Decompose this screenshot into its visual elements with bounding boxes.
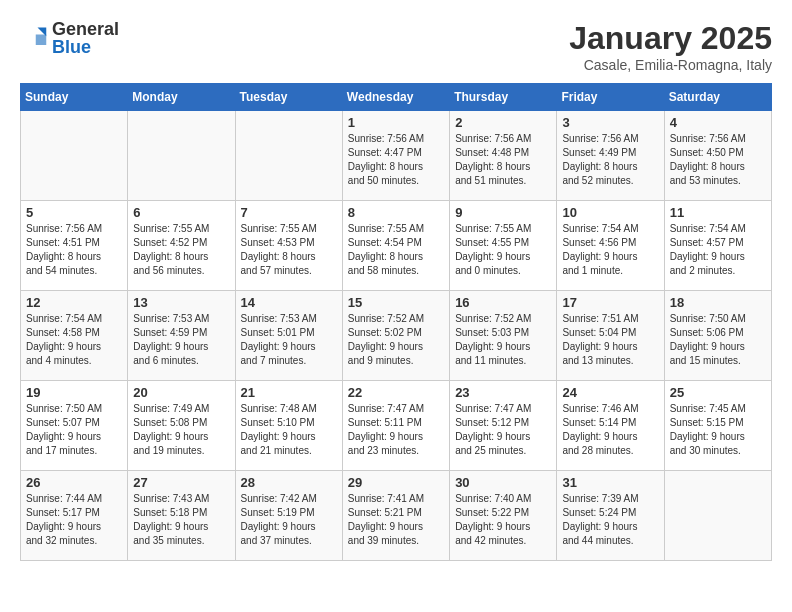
day-info: Sunrise: 7:52 AM Sunset: 5:02 PM Dayligh… xyxy=(348,312,444,368)
day-number: 24 xyxy=(562,385,658,400)
day-number: 23 xyxy=(455,385,551,400)
calendar-cell xyxy=(664,471,771,561)
day-info: Sunrise: 7:54 AM Sunset: 4:58 PM Dayligh… xyxy=(26,312,122,368)
week-row-2: 5Sunrise: 7:56 AM Sunset: 4:51 PM Daylig… xyxy=(21,201,772,291)
month-title: January 2025 xyxy=(569,20,772,57)
day-number: 26 xyxy=(26,475,122,490)
day-number: 27 xyxy=(133,475,229,490)
calendar-cell: 2Sunrise: 7:56 AM Sunset: 4:48 PM Daylig… xyxy=(450,111,557,201)
week-row-5: 26Sunrise: 7:44 AM Sunset: 5:17 PM Dayli… xyxy=(21,471,772,561)
day-info: Sunrise: 7:49 AM Sunset: 5:08 PM Dayligh… xyxy=(133,402,229,458)
column-header-sunday: Sunday xyxy=(21,84,128,111)
day-number: 22 xyxy=(348,385,444,400)
column-header-tuesday: Tuesday xyxy=(235,84,342,111)
calendar-cell: 7Sunrise: 7:55 AM Sunset: 4:53 PM Daylig… xyxy=(235,201,342,291)
day-number: 10 xyxy=(562,205,658,220)
day-number: 29 xyxy=(348,475,444,490)
day-number: 31 xyxy=(562,475,658,490)
day-info: Sunrise: 7:47 AM Sunset: 5:11 PM Dayligh… xyxy=(348,402,444,458)
calendar-cell: 10Sunrise: 7:54 AM Sunset: 4:56 PM Dayli… xyxy=(557,201,664,291)
day-number: 19 xyxy=(26,385,122,400)
calendar-cell: 17Sunrise: 7:51 AM Sunset: 5:04 PM Dayli… xyxy=(557,291,664,381)
column-header-friday: Friday xyxy=(557,84,664,111)
day-number: 18 xyxy=(670,295,766,310)
calendar-cell: 16Sunrise: 7:52 AM Sunset: 5:03 PM Dayli… xyxy=(450,291,557,381)
calendar-cell: 21Sunrise: 7:48 AM Sunset: 5:10 PM Dayli… xyxy=(235,381,342,471)
calendar-cell: 22Sunrise: 7:47 AM Sunset: 5:11 PM Dayli… xyxy=(342,381,449,471)
week-row-1: 1Sunrise: 7:56 AM Sunset: 4:47 PM Daylig… xyxy=(21,111,772,201)
day-info: Sunrise: 7:51 AM Sunset: 5:04 PM Dayligh… xyxy=(562,312,658,368)
logo: General Blue xyxy=(20,20,119,56)
calendar-cell: 8Sunrise: 7:55 AM Sunset: 4:54 PM Daylig… xyxy=(342,201,449,291)
calendar-cell: 19Sunrise: 7:50 AM Sunset: 5:07 PM Dayli… xyxy=(21,381,128,471)
day-info: Sunrise: 7:50 AM Sunset: 5:06 PM Dayligh… xyxy=(670,312,766,368)
title-block: January 2025 Casale, Emilia-Romagna, Ita… xyxy=(569,20,772,73)
day-number: 4 xyxy=(670,115,766,130)
day-info: Sunrise: 7:55 AM Sunset: 4:54 PM Dayligh… xyxy=(348,222,444,278)
week-row-3: 12Sunrise: 7:54 AM Sunset: 4:58 PM Dayli… xyxy=(21,291,772,381)
calendar-cell: 13Sunrise: 7:53 AM Sunset: 4:59 PM Dayli… xyxy=(128,291,235,381)
calendar-cell xyxy=(128,111,235,201)
day-info: Sunrise: 7:56 AM Sunset: 4:48 PM Dayligh… xyxy=(455,132,551,188)
day-number: 20 xyxy=(133,385,229,400)
day-info: Sunrise: 7:53 AM Sunset: 4:59 PM Dayligh… xyxy=(133,312,229,368)
column-header-monday: Monday xyxy=(128,84,235,111)
day-info: Sunrise: 7:50 AM Sunset: 5:07 PM Dayligh… xyxy=(26,402,122,458)
calendar-cell: 9Sunrise: 7:55 AM Sunset: 4:55 PM Daylig… xyxy=(450,201,557,291)
day-number: 8 xyxy=(348,205,444,220)
logo-icon xyxy=(20,24,48,52)
day-info: Sunrise: 7:55 AM Sunset: 4:52 PM Dayligh… xyxy=(133,222,229,278)
calendar-cell xyxy=(21,111,128,201)
day-info: Sunrise: 7:43 AM Sunset: 5:18 PM Dayligh… xyxy=(133,492,229,548)
day-number: 9 xyxy=(455,205,551,220)
calendar-cell: 27Sunrise: 7:43 AM Sunset: 5:18 PM Dayli… xyxy=(128,471,235,561)
day-info: Sunrise: 7:54 AM Sunset: 4:57 PM Dayligh… xyxy=(670,222,766,278)
calendar-cell: 26Sunrise: 7:44 AM Sunset: 5:17 PM Dayli… xyxy=(21,471,128,561)
day-number: 30 xyxy=(455,475,551,490)
calendar-cell: 23Sunrise: 7:47 AM Sunset: 5:12 PM Dayli… xyxy=(450,381,557,471)
day-number: 28 xyxy=(241,475,337,490)
calendar-cell: 20Sunrise: 7:49 AM Sunset: 5:08 PM Dayli… xyxy=(128,381,235,471)
day-info: Sunrise: 7:55 AM Sunset: 4:55 PM Dayligh… xyxy=(455,222,551,278)
day-info: Sunrise: 7:52 AM Sunset: 5:03 PM Dayligh… xyxy=(455,312,551,368)
day-info: Sunrise: 7:45 AM Sunset: 5:15 PM Dayligh… xyxy=(670,402,766,458)
day-info: Sunrise: 7:41 AM Sunset: 5:21 PM Dayligh… xyxy=(348,492,444,548)
calendar-cell: 12Sunrise: 7:54 AM Sunset: 4:58 PM Dayli… xyxy=(21,291,128,381)
day-info: Sunrise: 7:56 AM Sunset: 4:49 PM Dayligh… xyxy=(562,132,658,188)
svg-rect-1 xyxy=(36,35,47,46)
day-info: Sunrise: 7:56 AM Sunset: 4:50 PM Dayligh… xyxy=(670,132,766,188)
day-number: 21 xyxy=(241,385,337,400)
column-header-saturday: Saturday xyxy=(664,84,771,111)
day-number: 16 xyxy=(455,295,551,310)
day-number: 1 xyxy=(348,115,444,130)
logo-text: General Blue xyxy=(52,20,119,56)
day-info: Sunrise: 7:54 AM Sunset: 4:56 PM Dayligh… xyxy=(562,222,658,278)
day-number: 6 xyxy=(133,205,229,220)
calendar-cell: 1Sunrise: 7:56 AM Sunset: 4:47 PM Daylig… xyxy=(342,111,449,201)
day-number: 5 xyxy=(26,205,122,220)
calendar-cell: 15Sunrise: 7:52 AM Sunset: 5:02 PM Dayli… xyxy=(342,291,449,381)
calendar-cell: 14Sunrise: 7:53 AM Sunset: 5:01 PM Dayli… xyxy=(235,291,342,381)
column-header-thursday: Thursday xyxy=(450,84,557,111)
calendar-table: SundayMondayTuesdayWednesdayThursdayFrid… xyxy=(20,83,772,561)
day-number: 7 xyxy=(241,205,337,220)
day-info: Sunrise: 7:39 AM Sunset: 5:24 PM Dayligh… xyxy=(562,492,658,548)
day-info: Sunrise: 7:48 AM Sunset: 5:10 PM Dayligh… xyxy=(241,402,337,458)
day-number: 12 xyxy=(26,295,122,310)
logo-blue: Blue xyxy=(52,38,119,56)
day-info: Sunrise: 7:47 AM Sunset: 5:12 PM Dayligh… xyxy=(455,402,551,458)
day-info: Sunrise: 7:56 AM Sunset: 4:51 PM Dayligh… xyxy=(26,222,122,278)
day-number: 11 xyxy=(670,205,766,220)
page-header: General Blue January 2025 Casale, Emilia… xyxy=(20,20,772,73)
calendar-cell: 24Sunrise: 7:46 AM Sunset: 5:14 PM Dayli… xyxy=(557,381,664,471)
day-info: Sunrise: 7:40 AM Sunset: 5:22 PM Dayligh… xyxy=(455,492,551,548)
column-header-wednesday: Wednesday xyxy=(342,84,449,111)
day-info: Sunrise: 7:42 AM Sunset: 5:19 PM Dayligh… xyxy=(241,492,337,548)
day-number: 2 xyxy=(455,115,551,130)
day-number: 17 xyxy=(562,295,658,310)
day-number: 14 xyxy=(241,295,337,310)
calendar-cell: 25Sunrise: 7:45 AM Sunset: 5:15 PM Dayli… xyxy=(664,381,771,471)
day-info: Sunrise: 7:46 AM Sunset: 5:14 PM Dayligh… xyxy=(562,402,658,458)
calendar-cell: 5Sunrise: 7:56 AM Sunset: 4:51 PM Daylig… xyxy=(21,201,128,291)
calendar-cell: 11Sunrise: 7:54 AM Sunset: 4:57 PM Dayli… xyxy=(664,201,771,291)
